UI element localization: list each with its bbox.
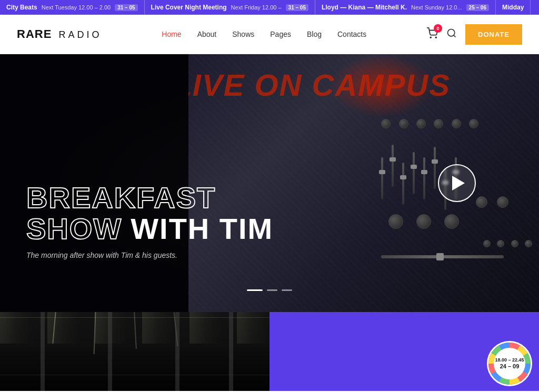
knob-6 <box>469 119 478 128</box>
badge-date-value: 24 – 09 <box>500 363 520 370</box>
svg-line-3 <box>454 35 456 37</box>
nav-link-pages[interactable]: Pages <box>270 30 291 38</box>
knob-large-2 <box>416 214 431 229</box>
knob-2 <box>399 119 408 128</box>
nav-item-contacts[interactable]: Contacts <box>337 29 366 39</box>
play-icon <box>452 176 465 190</box>
fader-4 <box>413 152 415 194</box>
nav-link-about[interactable]: About <box>197 30 217 38</box>
pillar-4 <box>229 312 233 391</box>
nav-link-blog[interactable]: Blog <box>307 30 322 38</box>
knob-sm-3 <box>511 240 518 247</box>
nav-item-shows[interactable]: Shows <box>232 29 254 39</box>
nav-link-contacts[interactable]: Contacts <box>337 30 366 38</box>
nav-item-home[interactable]: Home <box>162 29 181 39</box>
ticker-show-name-1: City Beats <box>6 4 37 11</box>
ticker-time-3: Next Sunday 12.0... <box>411 4 462 11</box>
logo[interactable]: RARE RADIO <box>17 27 102 41</box>
badge-time-info: 18.00 – 22.45 24 – 09 <box>494 348 525 379</box>
crossfader <box>381 255 504 258</box>
time-badge: 18.00 – 22.45 24 – 09 <box>488 343 531 385</box>
nav-item-blog[interactable]: Blog <box>307 29 322 39</box>
ticker-item-4: Midday <box>496 0 531 15</box>
fader-5 <box>423 157 425 199</box>
search-button[interactable] <box>446 28 457 41</box>
knob-1 <box>381 119 391 128</box>
knob-5 <box>452 119 461 128</box>
fader-2 <box>392 145 394 187</box>
knob-4 <box>434 119 443 128</box>
knob-large-4 <box>476 196 487 208</box>
hero-title-with-tim: WITH TIM <box>131 214 273 245</box>
nav-item-pages[interactable]: Pages <box>270 29 291 39</box>
pillar-2 <box>108 312 112 391</box>
ticker-show-name-4: Midday <box>502 4 524 11</box>
ticker-time-1: Next Tuesday 12.00 – 2.00 <box>42 4 111 11</box>
campus-text-overlay: LIVE ON CAMPUS <box>188 67 451 103</box>
logo-bold: RARE <box>17 27 52 41</box>
knob-sm-1 <box>483 240 491 247</box>
knob-large-5 <box>497 196 508 208</box>
ticker-date-2: 31 – 05 <box>286 4 308 11</box>
badge-circle: 18.00 – 22.45 24 – 09 <box>488 343 531 385</box>
fader-6 <box>434 147 436 189</box>
hero-title-line2: SHOW WITH TIM <box>26 214 273 245</box>
knob-sm-2 <box>497 240 504 247</box>
fader-1 <box>381 157 383 199</box>
ticker-item-1: City Beats Next Tuesday 12.00 – 2.00 31 … <box>0 0 145 15</box>
ticker-date-1: 31 – 05 <box>115 4 137 11</box>
bottom-section: 18.00 – 22.45 24 – 09 <box>0 312 539 391</box>
hero-section: LIVE ON CAMPUS BREAKFAST SHOW WITH TIM T… <box>0 54 539 312</box>
ticker-bar: City Beats Next Tuesday 12.00 – 2.00 31 … <box>0 0 539 15</box>
nav-link-shows[interactable]: Shows <box>232 30 254 38</box>
knob-large-3 <box>444 214 459 229</box>
hero-title-line1: BREAKFAST <box>26 183 273 214</box>
pillar-1 <box>41 312 45 391</box>
badge-time-value: 18.00 – 22.45 <box>495 357 524 363</box>
pillar-3 <box>175 312 179 391</box>
hero-content: BREAKFAST SHOW WITH TIM The morning afte… <box>26 183 273 259</box>
bottom-right-panel: 18.00 – 22.45 24 – 09 <box>270 312 539 391</box>
logo-light: RADIO <box>58 29 102 40</box>
slide-indicators <box>247 289 292 291</box>
hero-subtitle: The morning after show with Tim & his gu… <box>26 251 273 259</box>
slide-indicator-2[interactable] <box>267 289 277 291</box>
nav-link-home[interactable]: Home <box>162 30 181 38</box>
knob-large-1 <box>388 214 403 229</box>
main-nav: Home About Shows Pages Blog Contacts <box>162 29 366 39</box>
header-actions: 0 DONATE <box>426 24 522 45</box>
ticker-item-2: Live Cover Night Meeting Next Friday 12.… <box>145 0 315 15</box>
header: RARE RADIO Home About Shows Pages Blog C… <box>0 15 539 54</box>
ticker-show-name-2: Live Cover Night Meeting <box>151 4 227 11</box>
ticker-date-3: 25 – 06 <box>466 4 489 11</box>
slide-indicator-3[interactable] <box>282 289 292 291</box>
cart-button[interactable]: 0 <box>426 27 438 41</box>
slide-indicator-1[interactable] <box>247 289 263 291</box>
knob-3 <box>416 119 426 128</box>
nav-item-about[interactable]: About <box>197 29 217 39</box>
play-button[interactable] <box>438 164 476 202</box>
svg-point-0 <box>430 37 431 38</box>
cart-badge: 0 <box>434 24 442 33</box>
bottom-left-panel <box>0 312 270 391</box>
hero-title-show: SHOW <box>26 214 122 245</box>
search-icon <box>446 28 457 38</box>
svg-point-2 <box>448 29 455 36</box>
svg-point-1 <box>435 37 436 38</box>
crossfader-handle <box>436 253 444 260</box>
ticker-show-name-3: Lloyd — Kiana — Mitchell K. <box>322 4 407 11</box>
ticker-time-2: Next Friday 12.00 – <box>231 4 282 11</box>
fader-3 <box>402 163 404 205</box>
ticker-item-3: Lloyd — Kiana — Mitchell K. Next Sunday … <box>315 0 496 15</box>
donate-button[interactable]: DONATE <box>465 24 522 45</box>
